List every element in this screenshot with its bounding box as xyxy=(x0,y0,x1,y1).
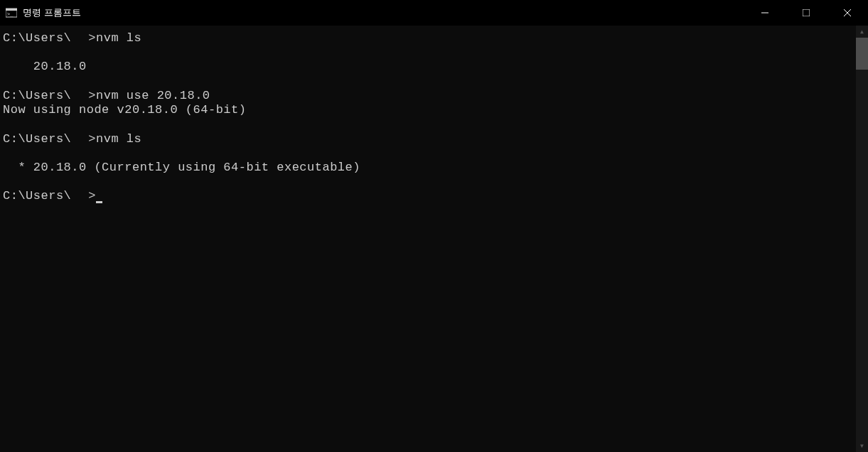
terminal-line xyxy=(3,45,853,60)
terminal-line xyxy=(3,118,853,132)
minimize-button[interactable] xyxy=(744,0,786,26)
titlebar-left: >_ 명령 프롬프트 xyxy=(6,6,81,19)
terminal-line xyxy=(3,75,853,89)
window-controls xyxy=(744,0,868,26)
terminal-line: Now using node v20.18.0 (64-bit) xyxy=(3,103,853,117)
close-button[interactable] xyxy=(827,0,868,26)
scroll-up-arrow[interactable]: ▲ xyxy=(856,26,868,38)
terminal-line: C:\Users\> xyxy=(3,189,853,203)
cursor xyxy=(96,201,102,203)
svg-rect-4 xyxy=(803,9,810,16)
terminal-line xyxy=(3,175,853,189)
svg-rect-1 xyxy=(6,9,17,11)
terminal-line: * 20.18.0 (Currently using 64-bit execut… xyxy=(3,161,853,175)
scroll-thumb[interactable] xyxy=(856,38,868,70)
cmd-icon: >_ xyxy=(6,7,17,18)
terminal-line: C:\Users\>nvm ls xyxy=(3,132,853,146)
scrollbar[interactable]: ▲ ▼ xyxy=(856,26,868,452)
window-title: 명령 프롬프트 xyxy=(23,6,81,19)
terminal-container: C:\Users\>nvm ls 20.18.0C:\Users\>nvm us… xyxy=(0,26,868,452)
terminal-line: C:\Users\>nvm use 20.18.0 xyxy=(3,89,853,103)
terminal-output[interactable]: C:\Users\>nvm ls 20.18.0C:\Users\>nvm us… xyxy=(0,26,856,452)
terminal-line xyxy=(3,146,853,161)
terminal-line: C:\Users\>nvm ls xyxy=(3,31,853,45)
scroll-down-arrow[interactable]: ▼ xyxy=(856,440,868,452)
svg-text:>_: >_ xyxy=(7,11,14,17)
terminal-line: 20.18.0 xyxy=(3,60,853,74)
titlebar: >_ 명령 프롬프트 xyxy=(0,0,868,26)
maximize-button[interactable] xyxy=(786,0,827,26)
